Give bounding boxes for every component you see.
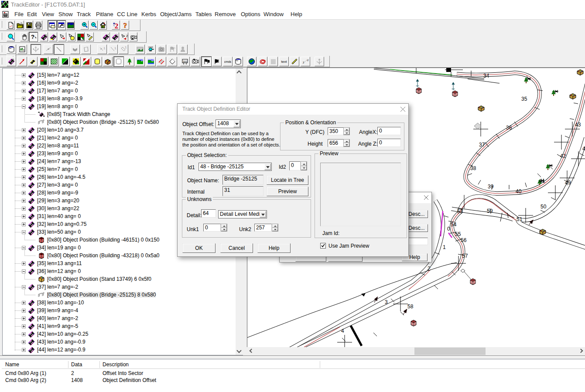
svg-text:?: ?: [31, 34, 34, 40]
svg-text:49: 49: [565, 180, 571, 186]
svg-text:1: 1: [103, 46, 106, 50]
svg-text:2: 2: [126, 34, 128, 38]
svg-text:34: 34: [483, 73, 489, 79]
svg-text:1: 1: [125, 46, 127, 49]
svg-text:c: c: [23, 48, 25, 51]
svg-text:39: 39: [488, 184, 494, 190]
svg-text:40: 40: [516, 188, 522, 194]
svg-text:2: 2: [114, 22, 118, 29]
svg-text:54: 54: [451, 222, 457, 228]
svg-text:cmds: cmds: [224, 60, 231, 63]
svg-text:2: 2: [428, 266, 431, 272]
svg-text:0: 0: [447, 226, 450, 232]
svg-text:38: 38: [470, 165, 476, 171]
svg-text:55: 55: [455, 231, 461, 237]
svg-text:300: 300: [182, 60, 187, 63]
svg-text:43: 43: [575, 122, 581, 128]
svg-text:37: 37: [479, 142, 485, 148]
svg-text:48: 48: [582, 146, 585, 152]
svg-text:text: text: [281, 60, 287, 64]
svg-text:58: 58: [407, 303, 414, 310]
svg-text:57: 57: [462, 253, 468, 259]
svg-text:41: 41: [539, 178, 545, 184]
svg-text:51: 51: [517, 216, 523, 222]
svg-text:3: 3: [385, 299, 388, 305]
svg-text:42: 42: [560, 153, 566, 159]
svg-text:1: 1: [303, 61, 304, 64]
svg-text:56: 56: [461, 237, 467, 243]
svg-text:?: ?: [123, 22, 127, 29]
svg-text:2: 2: [307, 59, 309, 61]
svg-text:59: 59: [487, 208, 493, 214]
svg-text:50: 50: [541, 204, 547, 210]
svg-text:53: 53: [457, 208, 463, 215]
svg-text:1: 1: [114, 46, 116, 50]
svg-text:36: 36: [506, 125, 512, 131]
svg-text:1: 1: [443, 244, 446, 250]
svg-text:4: 4: [341, 328, 344, 334]
svg-text:35: 35: [521, 96, 527, 102]
